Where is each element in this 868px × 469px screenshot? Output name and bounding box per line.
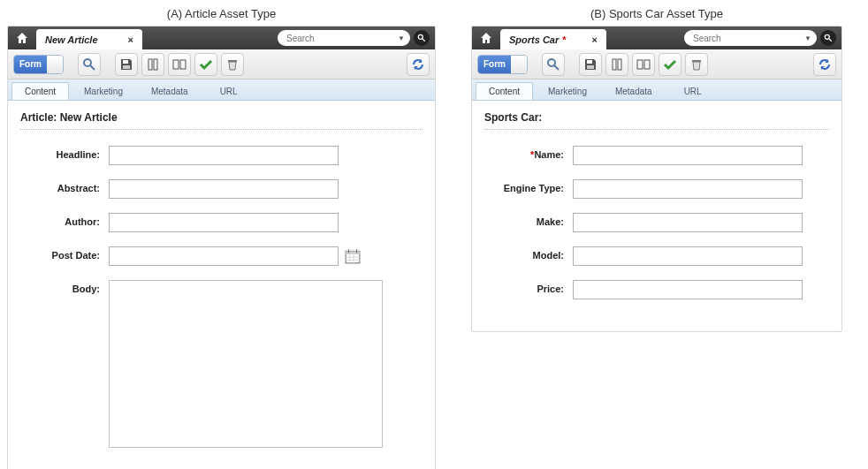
tab-metadata[interactable]: Metadata [602,82,666,100]
subtabs: Content Marketing Metadata URL [8,79,435,101]
engine-input[interactable] [573,179,803,199]
svg-point-21 [548,59,555,66]
refresh-icon [818,57,832,72]
magnifier-icon [824,34,833,42]
svg-point-2 [84,59,91,66]
svg-rect-4 [123,60,128,64]
search-dropdown-icon[interactable]: ▼ [394,34,408,42]
body-textarea[interactable] [109,280,383,448]
abstract-label: Abstract: [20,179,109,193]
dirty-marker: * [562,34,566,45]
save-icon [119,57,133,72]
form-mode-button[interactable]: Form [13,55,64,74]
document-tab-close[interactable]: × [125,34,137,45]
home-icon [479,31,493,45]
make-input[interactable] [573,213,803,232]
document-tab-title: Sports Car [509,34,559,45]
abstract-input[interactable] [109,179,339,199]
search-go-button[interactable] [414,30,430,46]
tab-url[interactable]: URL [667,82,719,100]
delete-button[interactable] [221,53,244,76]
headline-label: Headline: [20,146,109,160]
toolbar: Form [472,49,841,79]
trash-icon [689,57,704,72]
bookmark-icon [610,57,624,72]
form-content: Sports Car: *Name: Engine Type: Make: Mo… [472,101,841,331]
home-button[interactable] [11,26,33,49]
svg-rect-26 [618,59,621,70]
model-input[interactable] [573,246,803,266]
bookmark-button[interactable] [141,53,164,76]
body-label: Body: [20,280,109,294]
search-dropdown-icon[interactable]: ▼ [801,34,815,42]
preview-button[interactable] [168,53,191,76]
search-input[interactable] [691,33,801,44]
save-button[interactable] [579,53,602,76]
name-label: *Name: [484,146,573,160]
postdate-label: Post Date: [20,246,109,261]
magnifier-icon [82,57,96,72]
approve-button[interactable] [194,53,217,76]
form-heading: Sports Car: [484,111,829,124]
svg-rect-23 [587,60,592,64]
form-mode-button[interactable]: Form [477,55,528,74]
svg-rect-7 [154,59,157,70]
search-go-button[interactable] [820,30,836,46]
postdate-calendar-button[interactable] [344,247,362,265]
find-button[interactable] [78,53,101,76]
svg-rect-6 [148,59,152,70]
svg-rect-9 [180,60,186,69]
preview-button[interactable] [632,53,655,76]
tab-metadata[interactable]: Metadata [138,82,202,100]
trash-icon [225,57,240,72]
tab-url[interactable]: URL [203,82,255,100]
postdate-input[interactable] [109,246,339,266]
delete-button[interactable] [685,53,708,76]
calendar-icon [345,248,361,264]
author-input[interactable] [109,213,339,232]
svg-line-3 [90,65,95,70]
document-tab[interactable]: New Article × [36,29,142,49]
svg-rect-5 [123,65,130,69]
save-icon [583,57,598,72]
approve-button[interactable] [659,53,681,76]
svg-line-22 [554,65,559,70]
magnifier-icon [417,34,426,42]
tab-content[interactable]: Content [476,82,533,100]
svg-point-0 [418,34,423,39]
refresh-icon [411,57,425,72]
toolbar: Form [8,49,435,79]
headline-input[interactable] [109,146,339,165]
svg-rect-10 [228,60,237,62]
price-input[interactable] [573,280,803,299]
svg-line-20 [829,39,832,42]
topbar: Sports Car * × ▼ [472,26,841,49]
svg-rect-28 [644,60,650,69]
svg-point-19 [825,34,829,39]
name-input[interactable] [573,146,803,165]
tab-marketing[interactable]: Marketing [535,82,600,100]
search-input[interactable] [285,33,394,44]
search-bar: ▼ [684,29,836,47]
document-tab[interactable]: Sports Car * × [500,29,606,49]
document-tab-close[interactable]: × [589,34,601,45]
svg-rect-12 [346,251,360,253]
tab-content[interactable]: Content [11,82,69,100]
checkmark-icon [663,57,677,72]
save-button[interactable] [115,53,138,76]
bookmark-button[interactable] [605,53,628,76]
preview-icon [172,57,187,72]
form-mode-label: Form [14,56,47,73]
find-button[interactable] [542,53,565,76]
tab-marketing[interactable]: Marketing [71,82,136,100]
panel-sportscar: Sports Car * × ▼ Form [471,26,842,332]
topbar: New Article × ▼ [8,26,435,49]
engine-label: Engine Type: [484,179,573,193]
refresh-button[interactable] [407,53,430,76]
home-button[interactable] [476,26,497,49]
refresh-button[interactable] [813,53,836,76]
form-heading: Article: New Article [20,111,423,124]
form-content: Article: New Article Headline: Abstract:… [8,101,435,469]
checkmark-icon [199,57,213,72]
model-label: Model: [484,246,573,261]
